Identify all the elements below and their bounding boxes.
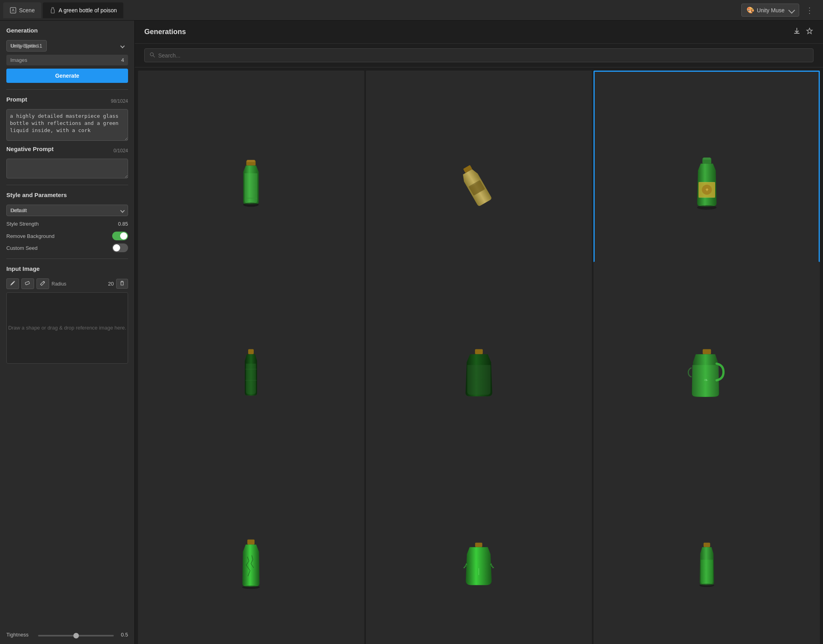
svg-point-1 [13,9,13,10]
custom-seed-toggle[interactable] [112,243,128,252]
style-strength-row: Style Strength 0.85 [6,219,128,228]
generate-button[interactable]: Generate [6,69,128,83]
images-value: 4 [121,57,124,63]
image-grid: ⚜ ❧ [135,67,823,644]
style-section: Style and Parameters Default Default Sty… [6,192,128,252]
download-button[interactable] [793,27,801,37]
generations-title: Generations [144,28,186,36]
prompt-header: Prompt 98/1024 [6,96,128,106]
prompt-section: Prompt 98/1024 a highly detailed masterp… [6,96,128,141]
edit-icon [40,280,46,286]
prompt-title: Prompt [6,96,27,103]
search-input-wrap [144,48,813,62]
pencil-brush-button[interactable] [6,278,19,289]
style-select[interactable]: Default [6,205,128,216]
drop-zone-text: Draw a shape or drag & drop reference im… [8,324,126,332]
tightness-slider-container [38,632,114,638]
prompt-counter: 98/1024 [111,98,128,104]
generation-title: Generation [6,27,128,34]
svg-point-15 [697,205,716,210]
negative-prompt-textarea[interactable] [6,159,128,178]
divider-3 [6,259,128,259]
pencil-icon [10,280,15,286]
search-icon [149,52,155,59]
tab-bottle[interactable]: A green bottle of poison [43,2,123,18]
svg-point-7 [243,203,259,207]
search-bar [135,44,823,67]
tightness-slider[interactable] [38,635,114,636]
input-image-section: Input Image [6,265,128,364]
radius-label: Radius [52,281,66,287]
svg-rect-24 [703,542,710,547]
title-bar-right: 🎨 Unity Muse ⋮ [741,4,823,17]
sidebar: Generation Unity-Sprite-1 Unity-Sprite-1… [0,21,135,644]
edit-brush-button[interactable] [36,278,49,289]
bottle-tab-label: A green bottle of poison [59,7,117,13]
generations-header: Generations [135,21,823,44]
scene-icon [10,7,17,14]
images-row: Images 4 [6,55,128,65]
remove-background-toggle[interactable] [112,232,128,240]
style-strength-label: Style Strength [6,221,39,227]
custom-seed-row: Custom Seed [6,243,128,252]
generations-panel: Generations [135,21,823,644]
radius-value: 20 [108,281,114,287]
generation-section: Generation Unity-Sprite-1 Unity-Sprite-1… [6,27,128,83]
negative-prompt-section: Negative Prompt 0/1024 [6,146,128,178]
svg-rect-18 [702,349,711,355]
input-image-title: Input Image [6,265,128,272]
prompt-textarea[interactable]: a highly detailed masterpiece glass bott… [6,109,128,141]
tightness-row: Tightness 0.5 [6,632,128,638]
title-bar: Scene A green bottle of poison 🎨 Unity M… [0,0,823,21]
svg-rect-17 [475,349,483,355]
drop-zone[interactable]: Draw a shape or drag & drop reference im… [6,292,128,364]
svg-text:|: | [478,567,480,575]
more-options-icon[interactable]: ⋮ [802,4,817,17]
neg-prompt-header: Negative Prompt 0/1024 [6,146,128,155]
tab-scene[interactable]: Scene [3,2,41,18]
search-input[interactable] [158,52,808,59]
trash-icon [120,281,124,286]
svg-rect-11 [703,158,710,160]
brush-tools: Radius 20 [6,278,128,289]
divider-1 [6,89,128,90]
model-select[interactable]: Unity-Sprite-1 [6,40,47,52]
eraser-icon [25,280,31,286]
scene-tab-label: Scene [19,7,35,13]
tab-list: Scene A green bottle of poison [0,2,123,18]
negative-prompt-counter: 0/1024 [113,148,128,153]
custom-seed-label: Custom Seed [6,245,38,251]
remove-background-row: Remove Background [6,232,128,240]
bottle-tab-icon [49,7,56,14]
chevron-down-icon [789,7,795,13]
svg-text:❧: ❧ [704,377,708,383]
svg-point-25 [699,584,714,587]
grid-cell-7[interactable] [138,452,364,644]
model-chevron-icon [120,44,124,48]
svg-text:⚜: ⚜ [705,188,708,192]
delete-button[interactable] [116,279,128,289]
svg-rect-5 [247,160,255,162]
muse-icon: 🎨 [746,6,754,14]
favorite-button[interactable] [806,27,813,37]
grid-cell-8[interactable]: | [366,452,592,644]
remove-background-label: Remove Background [6,233,54,239]
grid-cell-9[interactable] [593,452,820,644]
magnifier-icon [149,52,155,58]
style-title: Style and Parameters [6,192,128,198]
tightness-value: 0.5 [117,632,128,638]
svg-rect-0 [10,8,16,13]
style-strength-value: 0.85 [118,221,128,227]
images-label: Images [10,57,27,63]
svg-rect-16 [248,349,254,355]
divider-2 [6,185,128,185]
negative-prompt-title: Negative Prompt [6,146,54,152]
unity-muse-button[interactable]: 🎨 Unity Muse [741,4,799,17]
main-content: Generation Unity-Sprite-1 Unity-Sprite-1… [0,21,823,644]
unity-muse-label: Unity Muse [757,7,785,13]
svg-rect-22 [475,542,482,547]
tightness-label: Tightness [6,632,38,638]
gen-actions [793,27,813,37]
svg-rect-20 [247,540,255,545]
eraser-brush-button[interactable] [21,278,34,289]
